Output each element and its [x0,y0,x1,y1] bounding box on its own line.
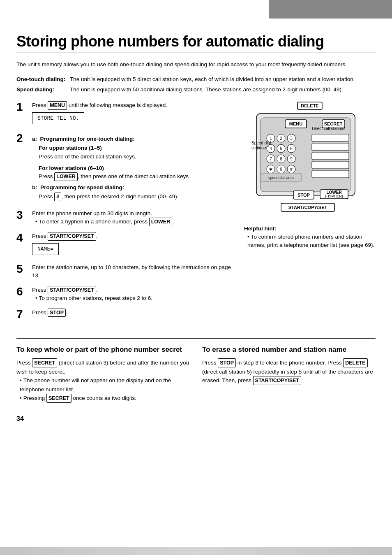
svg-text:MENU: MENU [289,121,302,126]
key-start-step6: START/COPY/SET [48,286,96,295]
step-1-text-post: until the following message is displayed… [67,102,167,108]
bottom-secret-bullet1: The phone number will not appear on the … [20,376,190,394]
step-2b: b: Programming for speed dialing: Press … [32,183,236,201]
svg-text:Direct call stations: Direct call stations [312,126,345,131]
svg-text:4: 4 [270,146,272,151]
hint-title: Helpful hint: [244,225,376,233]
step-5-content: Enter the station name, up to 10 charact… [32,263,236,280]
svg-text:(HYPHEN): (HYPHEN) [325,194,343,198]
svg-text:✱: ✱ [269,167,272,172]
step-1-number: 1 [16,101,28,113]
step-2a-label: a: Programming for one-touch dialing: [32,135,236,143]
step-4-text-pre: Press [32,233,48,239]
step-4-content: Press START/COPY/SET. NAME= [32,232,236,258]
step-1-text-pre: Press [32,102,48,108]
step-2b-label: b: Programming for speed dialing: [32,183,236,192]
step-6-text-post: . [96,287,98,293]
step-7-number: 7 [16,309,28,320]
step-7: 7 Press STOP. [16,309,236,320]
svg-rect-34 [312,152,349,160]
step-2b-text: Press #, then press the desired 2-digit … [39,193,236,201]
definition-one-touch: One-touch dialing: The unit is equipped … [16,75,376,84]
definitions-section: One-touch dialing: The unit is equipped … [16,75,376,94]
svg-text:DELETE: DELETE [301,103,318,108]
step-7-content: Press STOP. [32,309,236,317]
svg-text:SECRET: SECRET [324,121,343,126]
display-store-tel: STORE TEL NO. [32,112,84,125]
svg-text:7: 7 [270,157,272,161]
step-5-text: Enter the station name, up to 10 charact… [32,264,231,279]
svg-text:2: 2 [280,136,282,141]
step-2-number: 2 [16,132,28,144]
def-desc-one-touch: The unit is equipped with 5 direct call … [70,75,376,84]
step-2a: a: Programming for one-touch dialing: Fo… [32,135,236,181]
step-3-number: 3 [16,209,28,221]
step-3: 3 Enter the phone number up to 30 digits… [16,209,236,226]
step-2: 2 a: Programming for one-touch dialing: … [16,132,236,204]
main-content: 1 Press MENU until the following message… [16,101,376,326]
bottom-section-secret-title: To keep whole or part of the phone numbe… [16,345,190,354]
step-2a-lower: For lower stations (6–10) Press LOWER, t… [39,164,236,181]
svg-rect-32 [312,134,349,142]
step-6-bullet: To program other stations, repeat steps … [35,294,236,302]
svg-text:6: 6 [290,146,293,151]
step-2a-upper-text: Press one of the direct call station key… [39,153,236,161]
svg-text:3: 3 [290,136,293,141]
helpful-hint: Helpful hint: To confirm stored phone nu… [244,225,376,250]
svg-text:1: 1 [270,136,272,141]
bottom-secret-para1: Press SECRET (direct call station 3) bef… [16,358,190,376]
key-stop-erase: STOP [218,358,236,367]
bottom-section-erase: To erase a stored number and station nam… [202,345,376,403]
display-name: NAME= [32,243,59,255]
bottom-erase-para: Press STOP in step 3 to clear the phone … [202,358,376,385]
step-2a-lower-text: Press LOWER, then press one of the direc… [39,172,236,181]
key-menu-step1: MENU [48,101,67,110]
svg-text:9: 9 [290,157,293,161]
key-start-step4: START/COPY/SET [48,232,96,241]
step-4-text-post: . [96,233,98,239]
page-title: Storing phone numbers for automatic dial… [16,33,376,53]
svg-rect-35 [312,161,349,169]
step-5-number: 5 [16,263,28,275]
step-6-text-pre: Press [32,287,48,293]
step-3-content: Enter the phone number up to 30 digits i… [32,209,236,226]
step-2a-lower-label: For lower stations (6–10) [39,165,104,171]
step-1: 1 Press MENU until the following message… [16,101,236,127]
def-term-speed: Speed dialing: [16,86,70,94]
page-number: 34 [16,415,376,423]
step-4-number: 4 [16,232,28,244]
svg-text:0: 0 [280,167,282,172]
bottom-sections: To keep whole or part of the phone numbe… [16,338,376,403]
key-stop-step7: STOP [48,309,66,317]
svg-rect-33 [312,143,349,151]
step-3-bullet: To enter a hyphen in a phone number, pre… [35,218,236,226]
step-2a-upper-label: For upper stations (1–5) [39,145,102,151]
key-delete-erase: DELETE [343,358,367,367]
svg-text:#: # [290,167,293,172]
intro-text: The unit's memory allows you to use both… [16,60,376,69]
diagram-column: DELETE MENU SECRET 1 2 [244,101,376,326]
step-1-content: Press MENU until the following message i… [32,101,236,127]
definition-speed-dial: Speed dialing: The unit is equipped with… [16,86,376,94]
step-7-text-post: . [66,309,67,316]
bottom-section-erase-title: To erase a stored number and station nam… [202,345,376,354]
phone-diagram: DELETE MENU SECRET 1 2 [248,101,371,216]
svg-text:STOP: STOP [297,193,310,197]
bottom-decorative-bar [0,547,392,555]
key-hash-step2: # [54,193,61,201]
svg-rect-36 [312,170,349,178]
step-2-content: a: Programming for one-touch dialing: Fo… [32,132,236,204]
steps-column: 1 Press MENU until the following message… [16,101,236,326]
svg-text:speed dial area: speed dial area [268,176,294,180]
phone-svg: DELETE MENU SECRET 1 2 [248,101,371,221]
step-7-text-pre: Press [32,309,48,316]
svg-text:START/COPY/SET: START/COPY/SET [288,205,327,210]
key-lower-step2: LOWER [54,172,78,181]
def-desc-speed: The unit is equipped with 50 additional … [70,86,376,94]
step-5: 5 Enter the station name, up to 10 chara… [16,263,236,280]
step-4: 4 Press START/COPY/SET. NAME= [16,232,236,258]
key-secret-bottom: SECRET [32,358,57,367]
key-secret-inline: SECRET [46,394,71,403]
svg-text:5: 5 [280,146,282,151]
step-2a-upper: For upper stations (1–5) Press one of th… [39,144,236,161]
